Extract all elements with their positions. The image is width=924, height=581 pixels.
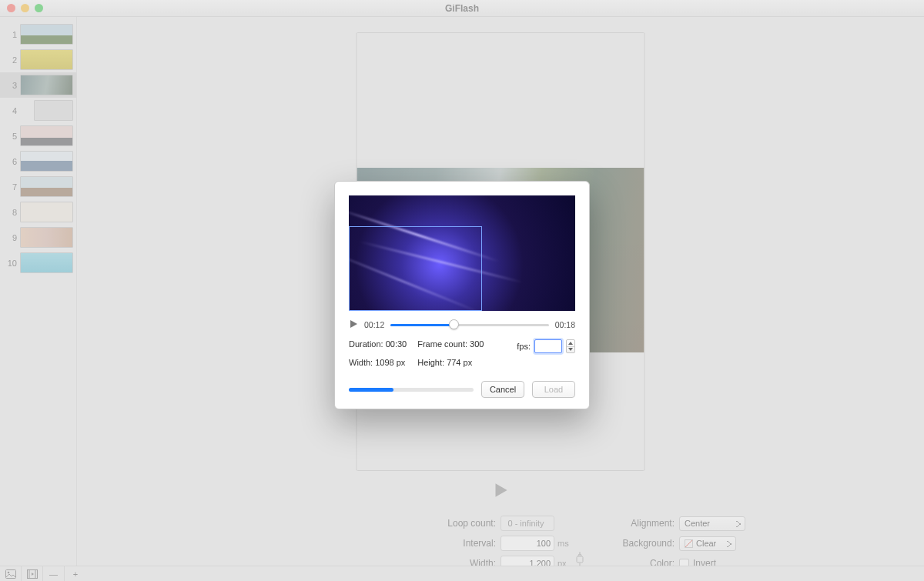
thumbnail-number: 3 <box>3 81 17 90</box>
alignment-value: Center <box>685 519 710 528</box>
background-select[interactable]: Clear <box>679 536 736 551</box>
thumbnail-number: 7 <box>3 182 17 192</box>
fps-input[interactable] <box>534 339 562 353</box>
thumbnail-number: 6 <box>3 157 17 166</box>
play-button[interactable] <box>490 480 511 503</box>
remove-button[interactable]: — <box>43 566 65 582</box>
thumbnail-item[interactable]: 4 <box>0 98 76 123</box>
interval-label: Interval: <box>77 538 500 549</box>
duration-label: Duration: 00:30 <box>349 339 407 353</box>
svg-rect-1 <box>5 569 15 578</box>
video-height-label: Height: 774 px <box>417 358 484 367</box>
thumbnail-item[interactable]: 1 <box>0 22 76 47</box>
status-bar: — + <box>0 566 924 581</box>
add-video-button[interactable] <box>22 566 43 582</box>
loop-count-input[interactable] <box>500 516 554 531</box>
thumbnail-number: 8 <box>3 208 17 217</box>
video-metadata: Duration: 00:30 Frame count: 300 fps: Wi… <box>349 339 575 367</box>
timeline: 00:12 00:18 <box>349 319 575 330</box>
thumbnail-image <box>34 100 73 121</box>
video-load-dialog: 00:12 00:18 Duration: 00:30 Frame count:… <box>334 181 590 409</box>
preview-play-button[interactable] <box>349 319 358 330</box>
interval-unit: ms <box>554 539 579 548</box>
thumbnail-item[interactable]: 9 <box>0 225 76 250</box>
thumbnail-item[interactable]: 8 <box>0 199 76 225</box>
thumbnail-number: 1 <box>3 30 17 39</box>
svg-rect-0 <box>577 556 583 563</box>
add-image-button[interactable] <box>0 566 22 582</box>
alignment-select[interactable]: Center <box>679 516 745 531</box>
fps-label: fps: <box>517 342 531 351</box>
thumbnail-sidebar: 1 2 3 4 5 6 7 8 <box>0 17 77 566</box>
thumbnail-item[interactable]: 7 <box>0 174 76 199</box>
load-button[interactable]: Load <box>532 381 575 398</box>
thumbnail-item[interactable]: 5 <box>0 123 76 149</box>
window-title: GiFlash <box>0 3 924 14</box>
clear-swatch-icon <box>685 539 693 548</box>
thumbnail-image <box>20 24 73 45</box>
thumbnail-image <box>20 125 73 146</box>
thumbnail-image <box>20 252 73 273</box>
thumbnail-number: 4 <box>3 106 17 115</box>
time-current: 00:12 <box>364 320 384 329</box>
framecount-label: Frame count: 300 <box>417 339 484 353</box>
thumbnail-number: 2 <box>3 55 17 65</box>
thumbnail-number: 9 <box>3 233 17 242</box>
stepper-up-icon[interactable] <box>567 340 574 347</box>
thumbnail-image <box>20 202 73 222</box>
thumbnail-image <box>20 176 73 197</box>
video-width-label: Width: 1098 px <box>349 358 407 367</box>
background-value: Clear <box>696 539 716 548</box>
cancel-button[interactable]: Cancel <box>481 381 524 398</box>
fps-stepper[interactable] <box>566 339 575 353</box>
load-progress <box>349 388 474 392</box>
add-button[interactable]: + <box>65 566 86 582</box>
svg-rect-4 <box>27 569 29 578</box>
thumbnail-image <box>20 151 73 172</box>
interval-input[interactable] <box>500 536 554 551</box>
thumbnail-number: 10 <box>3 259 17 268</box>
time-total: 00:18 <box>555 320 575 329</box>
dialog-footer: Cancel Load <box>349 381 575 398</box>
loop-count-label: Loop count: <box>77 518 500 529</box>
thumbnail-image <box>20 49 73 70</box>
timeline-slider[interactable] <box>390 319 548 330</box>
thumbnail-number: 5 <box>3 132 17 141</box>
thumbnail-item[interactable]: 6 <box>0 149 76 174</box>
thumbnail-image <box>20 227 73 248</box>
svg-rect-5 <box>35 569 38 578</box>
video-preview <box>349 195 575 311</box>
thumbnail-image <box>20 75 73 95</box>
thumbnail-item[interactable]: 3 <box>0 72 76 98</box>
titlebar: GiFlash <box>0 0 924 17</box>
stepper-down-icon[interactable] <box>567 347 574 353</box>
svg-point-2 <box>7 571 9 573</box>
thumbnail-item[interactable]: 2 <box>0 47 76 72</box>
background-label: Background: <box>579 538 679 549</box>
alignment-label: Alignment: <box>579 518 679 529</box>
thumbnail-item[interactable]: 10 <box>0 250 76 275</box>
